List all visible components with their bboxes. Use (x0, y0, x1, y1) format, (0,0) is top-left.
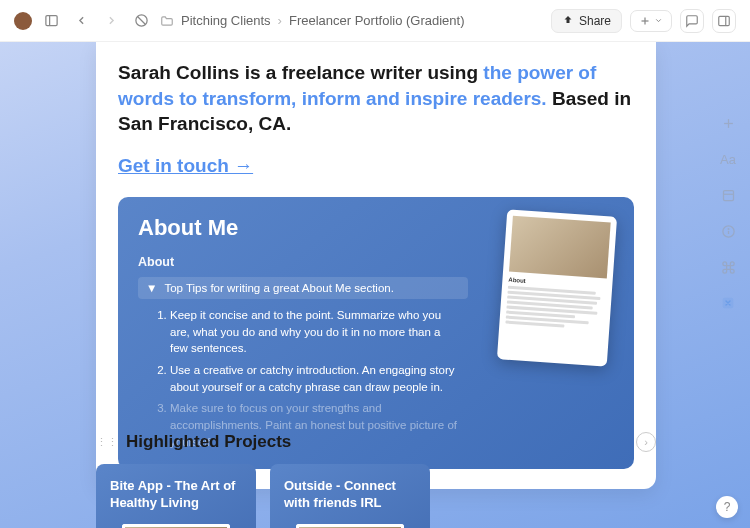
tips-toggle[interactable]: ▼ Top Tips for writing a great About Me … (138, 277, 468, 299)
add-button[interactable] (630, 10, 672, 32)
right-rail: Aa (706, 84, 750, 528)
plus-icon (639, 15, 651, 27)
project-name: Outside - Connect with friends IRL (284, 478, 416, 512)
cancel-icon[interactable] (130, 10, 152, 32)
tip-item: Keep it concise and to the point. Summar… (170, 307, 458, 357)
svg-point-14 (728, 228, 729, 229)
document-card: Sarah Collins is a freelance writer usin… (96, 42, 656, 489)
sidebar-toggle-icon[interactable] (40, 10, 62, 32)
rail-layout-icon[interactable] (717, 184, 739, 206)
editor-canvas: Sarah Collins is a freelance writer usin… (0, 42, 750, 528)
share-icon (562, 15, 574, 27)
chevron-down-icon (654, 16, 663, 25)
nav-back-icon[interactable] (70, 10, 92, 32)
svg-rect-6 (719, 16, 730, 25)
breadcrumb-parent[interactable]: Pitching Clients (181, 13, 271, 28)
share-label: Share (579, 14, 611, 28)
preview-thumbnail: About (497, 209, 617, 366)
tips-header-label: Top Tips for writing a great About Me se… (164, 282, 393, 294)
panel-toggle-button[interactable] (712, 9, 736, 33)
breadcrumb-current[interactable]: Freelancer Portfolio (Gradient) (289, 13, 465, 28)
get-in-touch-link[interactable]: Get in touch → (118, 155, 253, 177)
project-card[interactable]: Outside - Connect with friends IRL (270, 464, 430, 528)
rail-close-icon[interactable] (717, 292, 739, 314)
rail-add-icon[interactable] (717, 112, 739, 134)
preview-image (509, 216, 611, 279)
project-name: Bite App - The Art of Healthy Living (110, 478, 242, 512)
tips-list: Keep it concise and to the point. Summar… (138, 307, 458, 450)
help-button[interactable]: ? (716, 496, 738, 518)
rail-info-icon[interactable] (717, 220, 739, 242)
user-avatar[interactable] (14, 12, 32, 30)
svg-rect-0 (45, 16, 56, 26)
comments-button[interactable] (680, 9, 704, 33)
project-card[interactable]: Bite App - The Art of Healthy Living (96, 464, 256, 528)
projects-next-button[interactable]: › (636, 432, 656, 452)
tip-item: Use a creative or catchy introduction. A… (170, 362, 458, 395)
rail-command-icon[interactable] (717, 256, 739, 278)
projects-title: Highlighted Projects (126, 432, 628, 452)
about-me-card: About Me About ▼ Top Tips for writing a … (118, 197, 634, 469)
project-grid: Bite App - The Art of Healthy Living Out… (96, 464, 656, 528)
app-toolbar: Pitching Clients › Freelancer Portfolio … (0, 0, 750, 42)
projects-header: ⋮⋮ Highlighted Projects › (96, 432, 656, 452)
project-thumbnail (122, 524, 230, 528)
share-button[interactable]: Share (551, 9, 622, 33)
svg-rect-10 (723, 190, 733, 200)
drag-handle-icon[interactable]: ⋮⋮ (96, 436, 118, 449)
breadcrumb-separator: › (278, 13, 282, 28)
bio-text: Sarah Collins is a freelance writer usin… (118, 60, 634, 137)
nav-forward-icon[interactable] (100, 10, 122, 32)
project-thumbnail (296, 524, 404, 528)
folder-icon (160, 14, 174, 28)
svg-line-3 (137, 17, 145, 25)
triangle-down-icon: ▼ (146, 282, 157, 294)
breadcrumb: Pitching Clients › Freelancer Portfolio … (160, 13, 465, 28)
rail-text-icon[interactable]: Aa (717, 148, 739, 170)
highlighted-projects-section: ⋮⋮ Highlighted Projects › Bite App - The… (96, 432, 656, 528)
